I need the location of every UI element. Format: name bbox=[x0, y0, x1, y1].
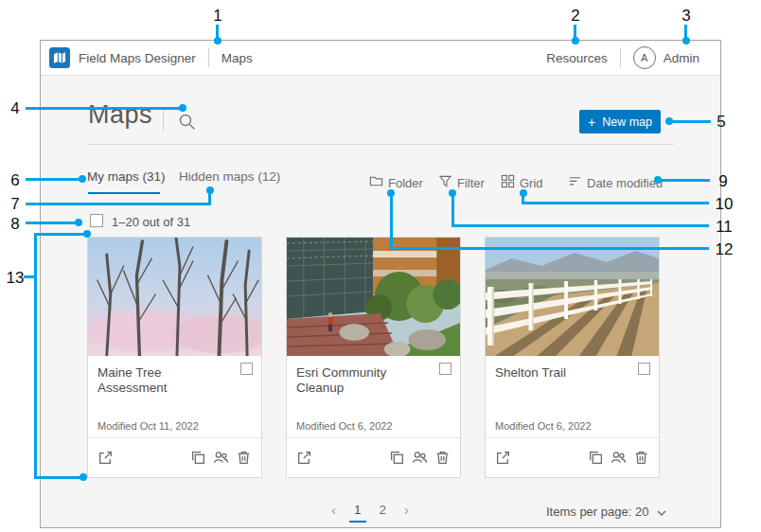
active-tab-indicator bbox=[88, 192, 160, 194]
header-right: Resources A Admin bbox=[546, 46, 699, 69]
title-divider bbox=[163, 108, 164, 131]
map-card: Esri Community Cleanup Modified Oct 6, 2… bbox=[286, 237, 461, 478]
resources-link[interactable]: Resources bbox=[546, 51, 608, 65]
page-next-button[interactable]: › bbox=[402, 502, 411, 520]
card-actions bbox=[588, 450, 649, 466]
card-body: Esri Community Cleanup Modified Oct 6, 2… bbox=[287, 356, 460, 439]
filter-label: Filter bbox=[457, 176, 485, 190]
map-select-checkbox[interactable] bbox=[439, 363, 451, 375]
callout-number: 1 bbox=[213, 8, 221, 24]
items-per-page-select[interactable]: Items per page: 20 bbox=[546, 505, 666, 519]
map-card: Shelton Trail Modified Oct 6, 2022 bbox=[485, 237, 660, 478]
open-map-icon[interactable] bbox=[296, 450, 312, 466]
sort-button[interactable]: Date modified bbox=[568, 174, 663, 191]
callout-line bbox=[34, 233, 37, 479]
page-button-1[interactable]: 1 bbox=[352, 502, 363, 518]
chevron-down-icon bbox=[657, 505, 666, 519]
folder-icon bbox=[369, 174, 383, 191]
share-members-icon[interactable] bbox=[412, 450, 428, 466]
card-footer bbox=[88, 437, 261, 477]
map-title[interactable]: Esri Community Cleanup bbox=[296, 365, 432, 396]
nav-item-maps[interactable]: Maps bbox=[221, 51, 253, 65]
plus-icon: + bbox=[588, 115, 595, 129]
card-actions bbox=[190, 450, 252, 466]
card-footer bbox=[486, 437, 659, 477]
app-header: Field Maps Designer Maps Resources A Adm… bbox=[41, 41, 720, 76]
tab-hidden-maps[interactable]: Hidden maps (12) bbox=[179, 169, 280, 184]
map-title[interactable]: Maine Tree Assessment bbox=[97, 365, 233, 396]
card-footer bbox=[287, 437, 460, 477]
map-select-checkbox[interactable] bbox=[638, 363, 650, 375]
map-card: Maine Tree Assessment Modified Oct 11, 2… bbox=[87, 237, 262, 478]
title-rule bbox=[87, 144, 674, 145]
map-title[interactable]: Shelton Trail bbox=[495, 365, 630, 381]
callout-line bbox=[574, 25, 576, 41]
field-maps-logo-icon bbox=[49, 47, 70, 68]
filter-button[interactable]: Filter bbox=[438, 174, 485, 191]
map-modified-date: Modified Oct 6, 2022 bbox=[495, 420, 592, 432]
open-map-icon[interactable] bbox=[495, 450, 511, 466]
grid-label: Grid bbox=[520, 176, 543, 190]
share-members-icon[interactable] bbox=[213, 450, 229, 466]
map-thumbnail[interactable] bbox=[486, 238, 659, 356]
map-thumbnail[interactable] bbox=[287, 238, 460, 356]
callout-line bbox=[216, 25, 219, 41]
card-body: Maine Tree Assessment Modified Oct 11, 2… bbox=[88, 356, 261, 439]
page-prev-button[interactable]: ‹ bbox=[329, 502, 338, 520]
grid-icon bbox=[501, 174, 515, 191]
callout-number: 6 bbox=[10, 172, 19, 188]
page-button-2[interactable]: 2 bbox=[378, 502, 389, 518]
callout-number: 7 bbox=[10, 196, 19, 212]
folder-label: Folder bbox=[388, 176, 423, 190]
callout-line bbox=[24, 275, 36, 278]
page-title: Maps bbox=[88, 100, 152, 130]
filter-icon bbox=[438, 174, 452, 191]
duplicate-icon[interactable] bbox=[190, 450, 206, 466]
callout-number: 13 bbox=[7, 270, 25, 286]
callout-number: 8 bbox=[10, 216, 19, 232]
new-map-button[interactable]: + New map bbox=[579, 110, 661, 133]
header-divider bbox=[620, 48, 621, 67]
grid-view-button[interactable]: Grid bbox=[501, 174, 543, 191]
username-label[interactable]: Admin bbox=[664, 51, 699, 65]
map-thumbnail[interactable] bbox=[88, 238, 261, 356]
avatar[interactable]: A bbox=[633, 46, 656, 69]
trash-icon[interactable] bbox=[434, 450, 451, 466]
tab-my-maps[interactable]: My maps (31) bbox=[87, 169, 166, 184]
callout-number: 2 bbox=[571, 8, 579, 24]
pagination: ‹ 1 2 › bbox=[329, 502, 411, 520]
open-map-icon[interactable] bbox=[97, 450, 114, 466]
header-divider bbox=[208, 48, 209, 67]
map-select-checkbox[interactable] bbox=[240, 363, 253, 375]
card-actions bbox=[389, 450, 451, 466]
map-modified-date: Modified Oct 11, 2022 bbox=[97, 420, 199, 432]
map-modified-date: Modified Oct 6, 2022 bbox=[296, 420, 393, 432]
items-per-page-label: Items per page: 20 bbox=[546, 505, 648, 519]
avatar-initial: A bbox=[641, 52, 647, 63]
duplicate-icon[interactable] bbox=[588, 450, 604, 466]
callout-line bbox=[684, 25, 687, 41]
callout-number: 4 bbox=[10, 100, 19, 116]
duplicate-icon[interactable] bbox=[389, 450, 405, 466]
share-members-icon[interactable] bbox=[611, 450, 627, 466]
sort-icon bbox=[568, 174, 582, 191]
card-body: Shelton Trail Modified Oct 6, 2022 bbox=[486, 356, 659, 439]
new-map-label: New map bbox=[602, 115, 652, 129]
callout-number: 3 bbox=[681, 8, 690, 24]
selection-range-label: 1–20 out of 31 bbox=[112, 215, 190, 229]
trash-icon[interactable] bbox=[633, 450, 649, 466]
select-all-checkbox[interactable] bbox=[90, 214, 103, 227]
folder-button[interactable]: Folder bbox=[369, 174, 423, 191]
page-frame: Field Maps Designer Maps Resources A Adm… bbox=[40, 40, 721, 528]
sort-label: Date modified bbox=[587, 176, 663, 190]
app-title: Field Maps Designer bbox=[79, 51, 196, 65]
search-icon[interactable] bbox=[178, 113, 197, 132]
trash-icon[interactable] bbox=[236, 450, 252, 466]
